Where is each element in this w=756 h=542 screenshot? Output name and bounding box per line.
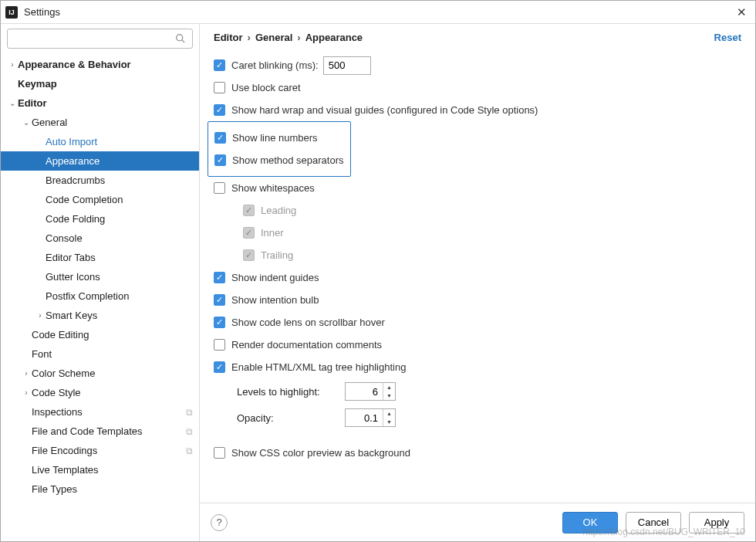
hard-wrap-label: Show hard wrap and visual guides (config… [231, 104, 538, 116]
chevron-right-icon[interactable]: › [7, 60, 18, 69]
tree-item-label: Auto Import [46, 136, 97, 147]
tree-item-label: Font [32, 348, 52, 360]
main-panel: Editor › General › Appearance Reset Care… [200, 24, 755, 541]
help-icon[interactable]: ? [211, 514, 228, 531]
leading-checkbox [243, 205, 255, 216]
levels-spinner[interactable]: ▲ ▼ [345, 382, 396, 401]
spinner-up-icon[interactable]: ▲ [383, 409, 395, 418]
tree-item-label: Code Completion [46, 194, 123, 205]
spinner-down-icon[interactable]: ▼ [383, 418, 395, 426]
chevron-right-icon[interactable]: › [21, 388, 32, 397]
trailing-label: Trailing [261, 249, 293, 261]
inner-checkbox [243, 227, 255, 239]
breadcrumb-item[interactable]: Editor [214, 32, 243, 43]
breadcrumb: Editor › General › Appearance Reset [200, 24, 755, 51]
chevron-right-icon: › [248, 32, 251, 43]
tree-item[interactable]: Live Templates [1, 460, 199, 479]
window-title: Settings [24, 6, 732, 18]
tree-item-label: Live Templates [32, 464, 98, 476]
levels-label: Levels to highlight: [237, 386, 337, 398]
tree-item-label: Console [46, 232, 83, 244]
tree-item[interactable]: ›Color Scheme [1, 364, 199, 383]
tree-item[interactable]: Auto Import [1, 132, 199, 151]
tree-item[interactable]: File Encodings⧉ [1, 441, 199, 460]
tree-item[interactable]: ⌄General [1, 113, 199, 132]
tag-tree-label: Enable HTML/XML tag tree highlighting [231, 361, 406, 373]
breadcrumb-item: Appearance [305, 32, 363, 43]
tree-item[interactable]: ›Code Style [1, 383, 199, 402]
tree-item[interactable]: Code Completion [1, 190, 199, 209]
profile-scope-icon: ⧉ [186, 407, 193, 418]
indent-guides-label: Show indent guides [231, 272, 319, 283]
tree-item-label: Code Editing [32, 329, 89, 340]
code-lens-checkbox[interactable] [214, 317, 225, 328]
tree-item[interactable]: Editor Tabs [1, 248, 199, 267]
tree-item[interactable]: Inspections⧉ [1, 402, 199, 422]
tree-item-label: Editor [18, 97, 47, 109]
trailing-checkbox [243, 249, 255, 261]
intention-bulb-checkbox[interactable] [214, 294, 225, 306]
inner-label: Inner [261, 227, 284, 239]
ok-button[interactable]: OK [562, 512, 618, 534]
profile-scope-icon: ⧉ [186, 445, 193, 456]
tree-item[interactable]: ›Smart Keys [1, 306, 199, 325]
opacity-input[interactable] [346, 409, 383, 426]
tree-item[interactable]: Code Editing [1, 325, 199, 344]
css-preview-checkbox[interactable] [214, 447, 225, 459]
sidebar: ›Appearance & BehaviorKeymap⌄Editor⌄Gene… [1, 24, 200, 541]
chevron-right-icon[interactable]: › [35, 311, 46, 320]
tree-item[interactable]: ⌄Editor [1, 93, 199, 113]
whitespaces-checkbox[interactable] [214, 182, 225, 194]
spinner-down-icon[interactable]: ▼ [383, 391, 395, 400]
breadcrumb-item[interactable]: General [255, 32, 292, 43]
tree-item[interactable]: Appearance [1, 151, 199, 171]
tree-item[interactable]: Console [1, 229, 199, 248]
chevron-down-icon[interactable]: ⌄ [21, 118, 32, 127]
chevron-right-icon[interactable]: › [21, 369, 32, 378]
tree-item-label: File Types [32, 483, 77, 495]
tree-item[interactable]: Breadcrumbs [1, 171, 199, 190]
tree-item-label: Code Folding [46, 213, 105, 225]
use-block-caret-checkbox[interactable] [214, 82, 225, 93]
tree-item-label: Postfix Completion [46, 290, 129, 302]
cancel-button[interactable]: Cancel [626, 512, 681, 534]
titlebar: IJ Settings ✕ [1, 1, 755, 24]
render-doc-checkbox[interactable] [214, 339, 225, 351]
apply-button[interactable]: Apply [689, 512, 744, 534]
tree-item[interactable]: Gutter Icons [1, 267, 199, 286]
chevron-down-icon[interactable]: ⌄ [7, 99, 18, 107]
tree-item-label: Appearance [46, 155, 100, 167]
method-separators-label: Show method separators [232, 154, 344, 166]
indent-guides-checkbox[interactable] [214, 272, 225, 283]
tree-item-label: Color Scheme [32, 368, 95, 379]
tree-item[interactable]: Code Folding [1, 209, 199, 229]
tree-item[interactable]: File and Code Templates⧉ [1, 422, 199, 441]
tree-item-label: Code Style [32, 387, 81, 398]
line-numbers-checkbox[interactable] [214, 132, 226, 144]
method-separators-checkbox[interactable] [214, 154, 226, 166]
chevron-right-icon: › [297, 32, 300, 43]
whitespaces-label: Show whitespaces [231, 182, 315, 194]
search-input[interactable] [7, 29, 193, 49]
leading-label: Leading [261, 205, 296, 216]
tree-item-label: Editor Tabs [46, 252, 96, 263]
close-icon[interactable]: ✕ [732, 5, 751, 19]
use-block-caret-label: Use block caret [231, 82, 301, 93]
tree-item[interactable]: Font [1, 344, 199, 364]
tree-item[interactable]: ›Appearance & Behavior [1, 55, 199, 74]
tree-item[interactable]: Postfix Completion [1, 286, 199, 306]
hard-wrap-checkbox[interactable] [214, 104, 225, 116]
tree-item[interactable]: Keymap [1, 74, 199, 93]
opacity-spinner[interactable]: ▲ ▼ [345, 408, 396, 427]
tag-tree-checkbox[interactable] [214, 361, 225, 373]
opacity-label: Opacity: [237, 412, 337, 424]
tree-item-label: File Encodings [32, 445, 97, 456]
tree-item-label: Appearance & Behavior [18, 59, 131, 70]
caret-blinking-checkbox[interactable] [214, 59, 225, 71]
caret-blinking-label: Caret blinking (ms): [231, 59, 319, 71]
reset-link[interactable]: Reset [714, 32, 741, 43]
tree-item[interactable]: File Types [1, 479, 199, 499]
spinner-up-icon[interactable]: ▲ [383, 383, 395, 391]
caret-blinking-input[interactable] [323, 56, 371, 75]
levels-input[interactable] [346, 383, 383, 400]
